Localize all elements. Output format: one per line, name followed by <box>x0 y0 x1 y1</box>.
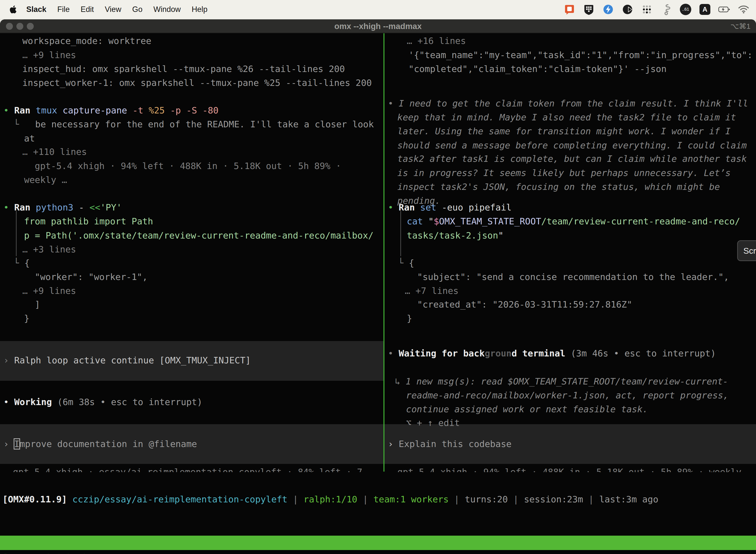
prompt-placeholder-left: › Improve documentation in @filename <box>3 437 197 451</box>
terminal-line: • Ran python3 - <<'PY' <box>3 201 122 214</box>
a-square-label: A <box>699 4 710 15</box>
terminal-line: p = Path('.omx/state/team/review-current… <box>24 229 374 242</box>
badge-61-icon[interactable]: ..61 <box>680 3 692 15</box>
terminal-line: … +3 lines <box>22 242 76 257</box>
menu-item-edit[interactable]: Edit <box>81 5 94 14</box>
terminal-line: inspect task2's JSON, focusing on the st… <box>397 180 720 194</box>
terminal-line: └ be necessary for the end of the README… <box>14 117 374 131</box>
terminal-line: "worker": "worker-1", <box>35 270 147 284</box>
terminal-line: gpt-5.4 xhigh · 94% left · 488K in · 5.1… <box>35 159 341 173</box>
terminal-line: … +110 lines <box>22 145 87 159</box>
menu-items: Slack FileEditViewGoWindowHelp <box>18 5 207 14</box>
window-title: omx --xhigh --madmax <box>0 19 756 33</box>
menu-item-go[interactable]: Go <box>132 5 142 14</box>
model-status-left: gpt-5.4 xhigh · essay/ai-reimplementatio… <box>13 465 373 472</box>
terminal-line: inspect_worker-1: omx sparkshell --tmux-… <box>22 76 372 90</box>
tmux-pane-left: workspace_mode: worktree… +9 linesinspec… <box>0 33 383 472</box>
a-square-icon[interactable]: A <box>699 3 711 15</box>
wifi-icon[interactable] <box>738 3 750 15</box>
squiggle-icon[interactable] <box>660 3 672 15</box>
terminal-window: omx --xhigh --madmax ⌥⌘1 workspace_mode:… <box>0 19 756 554</box>
apple-menu-icon[interactable] <box>9 4 18 14</box>
terminal-line: • Ran set -euo pipefail <box>388 201 512 214</box>
dots-grid-icon[interactable] <box>641 3 653 15</box>
chat-bubble-icon[interactable] <box>564 3 575 15</box>
dark-disc-icon[interactable] <box>622 3 633 15</box>
screen-tooltip: Scre <box>737 240 756 261</box>
menu-item-window[interactable]: Window <box>153 5 181 14</box>
terminal-line: } <box>407 312 412 325</box>
terminal-line: inspect_hud: omx sparkshell --tmux-pane … <box>22 62 345 76</box>
inject-banner-text: › Ralph loop active continue [OMX_TMUX_I… <box>3 353 251 367</box>
terminal-line: at <box>24 131 35 146</box>
omx-status-line: [OMX#0.11.9] cczip/essay/ai-reimplementa… <box>2 492 658 506</box>
terminal-line: "subject": "send a concise recommendatio… <box>417 270 729 284</box>
terminal-line: … +7 lines <box>405 284 459 298</box>
indent-guide <box>16 211 17 256</box>
grid-shield-icon[interactable] <box>583 3 595 15</box>
terminal-line: later. Using the same for transition mig… <box>397 124 731 138</box>
tmux-session-label: [omx-cczip0:bash* <box>2 550 94 554</box>
terminal-line: from pathlib import Path <box>24 214 153 228</box>
window-titlebar[interactable]: omx --xhigh --madmax ⌥⌘1 <box>0 19 756 33</box>
terminal-line: continue assigned work or next feasible … <box>406 402 648 416</box>
model-status-right: gpt-5.4 xhigh · 94% left · 488K in · 5.1… <box>397 465 752 472</box>
screen-tooltip-text: Scre <box>743 246 756 256</box>
pane-divider[interactable] <box>383 33 384 472</box>
window-shortcut-badge: ⌥⌘1 <box>731 19 751 33</box>
terminal-line: keep that in mind. Maybe I also need the… <box>397 110 736 124</box>
terminal-line: "created_at": "2026-03-31T11:59:27.816Z" <box>417 297 632 312</box>
terminal-line: is in progress? It seems likely but perh… <box>397 166 731 180</box>
menu-item-view[interactable]: View <box>105 5 121 14</box>
terminal-line: weekly … <box>24 173 67 187</box>
menu-bar: Slack FileEditViewGoWindowHelp ..61 A <box>0 0 756 19</box>
terminal-line: workspace_mode: worktree <box>22 34 151 48</box>
terminal-line: └ { <box>398 256 414 270</box>
menu-item-file[interactable]: File <box>57 5 70 14</box>
terminal-line: task2 after task1 is complete, but can I… <box>397 152 747 166</box>
terminal-line: tasks/task-2.json" <box>407 229 504 242</box>
terminal-line: "completed","claim_token":"claim-token"}… <box>408 62 667 76</box>
terminal-line: • Ran tmux capture-pane -t %25 -p -S -80 <box>3 104 218 117</box>
menubar-status-icons: ..61 A <box>564 3 750 15</box>
terminal-line: readme-and-reco/mailbox/worker-1.json, a… <box>406 388 729 402</box>
terminal-line: … +16 lines <box>407 34 466 48</box>
tmux-status-bar: [omx-cczip0:bash* "MacBook-Pro-44.local"… <box>0 536 756 550</box>
terminal-line: ] <box>35 297 40 312</box>
terminal-line: } <box>24 312 29 325</box>
terminal-line: … +9 lines <box>22 284 76 298</box>
terminal-line: └ { <box>14 256 30 270</box>
terminal-line: ↳ 1 new msg(s): read $OMX_TEAM_STATE_ROO… <box>395 375 728 388</box>
menu-app-name[interactable]: Slack <box>26 5 46 14</box>
terminal-line: … +9 lines <box>22 48 76 62</box>
blue-badge-icon[interactable] <box>602 3 614 15</box>
terminal-line: • I need to get the claim token from the… <box>388 97 748 110</box>
battery-icon[interactable] <box>718 3 730 15</box>
terminal-line: cat "$OMX_TEAM_STATE_ROOT/team/review-cu… <box>407 214 740 228</box>
waiting-status: • Waiting for background terminal (3m 46… <box>388 346 716 361</box>
working-status: • Working (6m 38s • esc to interrupt) <box>3 395 202 409</box>
prompt-placeholder-right: › Explain this codebase <box>388 437 512 451</box>
indent-guide <box>400 211 401 256</box>
terminal-line: ⌥ + ↑ edit <box>406 416 460 430</box>
badge-61-label: ..61 <box>680 4 691 15</box>
terminal-line: '{"team_name":"my-team","task_id":"1","f… <box>408 48 753 62</box>
terminal-line: should send a message before completing … <box>397 138 747 152</box>
tmux-pane-right: … +16 lines'{"team_name":"my-team","task… <box>384 33 756 472</box>
menu-item-help[interactable]: Help <box>192 5 208 14</box>
